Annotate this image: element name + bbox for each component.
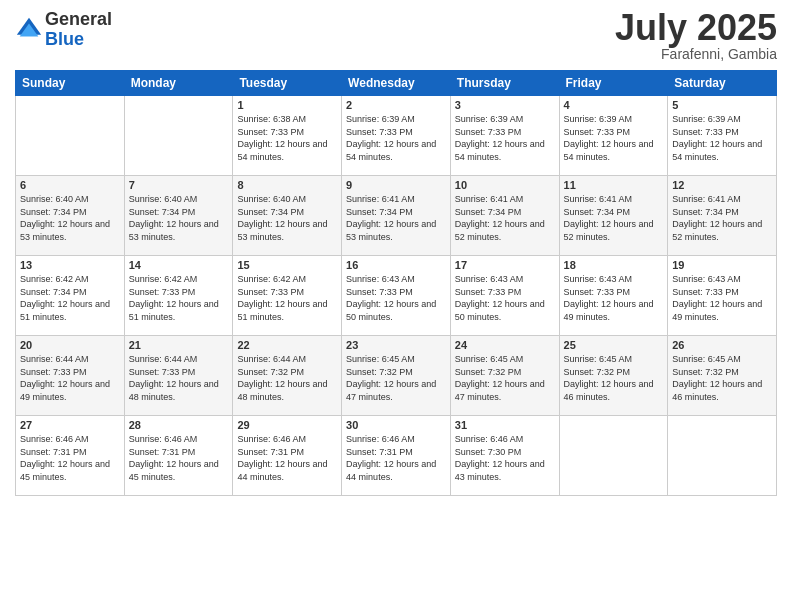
day-info: Sunrise: 6:41 AMSunset: 7:34 PMDaylight:… <box>346 193 446 243</box>
day-info: Sunrise: 6:39 AMSunset: 7:33 PMDaylight:… <box>672 113 772 163</box>
day-number: 31 <box>455 419 555 431</box>
day-info: Sunrise: 6:43 AMSunset: 7:33 PMDaylight:… <box>455 273 555 323</box>
title-section: July 2025 Farafenni, Gambia <box>615 10 777 62</box>
table-cell: 26Sunrise: 6:45 AMSunset: 7:32 PMDayligh… <box>668 336 777 416</box>
table-cell <box>16 96 125 176</box>
week-row-0: 1Sunrise: 6:38 AMSunset: 7:33 PMDaylight… <box>16 96 777 176</box>
table-cell: 2Sunrise: 6:39 AMSunset: 7:33 PMDaylight… <box>342 96 451 176</box>
table-cell: 31Sunrise: 6:46 AMSunset: 7:30 PMDayligh… <box>450 416 559 496</box>
table-cell <box>668 416 777 496</box>
table-cell: 17Sunrise: 6:43 AMSunset: 7:33 PMDayligh… <box>450 256 559 336</box>
col-thursday: Thursday <box>450 71 559 96</box>
day-info: Sunrise: 6:44 AMSunset: 7:33 PMDaylight:… <box>129 353 229 403</box>
week-row-1: 6Sunrise: 6:40 AMSunset: 7:34 PMDaylight… <box>16 176 777 256</box>
day-number: 3 <box>455 99 555 111</box>
day-number: 28 <box>129 419 229 431</box>
col-sunday: Sunday <box>16 71 125 96</box>
day-info: Sunrise: 6:44 AMSunset: 7:32 PMDaylight:… <box>237 353 337 403</box>
day-info: Sunrise: 6:40 AMSunset: 7:34 PMDaylight:… <box>20 193 120 243</box>
page: General Blue July 2025 Farafenni, Gambia… <box>0 0 792 612</box>
table-cell: 30Sunrise: 6:46 AMSunset: 7:31 PMDayligh… <box>342 416 451 496</box>
day-info: Sunrise: 6:40 AMSunset: 7:34 PMDaylight:… <box>237 193 337 243</box>
day-number: 30 <box>346 419 446 431</box>
table-cell: 29Sunrise: 6:46 AMSunset: 7:31 PMDayligh… <box>233 416 342 496</box>
table-cell: 21Sunrise: 6:44 AMSunset: 7:33 PMDayligh… <box>124 336 233 416</box>
table-cell: 6Sunrise: 6:40 AMSunset: 7:34 PMDaylight… <box>16 176 125 256</box>
logo: General Blue <box>15 10 112 50</box>
day-number: 8 <box>237 179 337 191</box>
month-title: July 2025 <box>615 10 777 46</box>
calendar-header-row: Sunday Monday Tuesday Wednesday Thursday… <box>16 71 777 96</box>
table-cell: 13Sunrise: 6:42 AMSunset: 7:34 PMDayligh… <box>16 256 125 336</box>
day-number: 26 <box>672 339 772 351</box>
day-info: Sunrise: 6:42 AMSunset: 7:34 PMDaylight:… <box>20 273 120 323</box>
table-cell: 5Sunrise: 6:39 AMSunset: 7:33 PMDaylight… <box>668 96 777 176</box>
week-row-3: 20Sunrise: 6:44 AMSunset: 7:33 PMDayligh… <box>16 336 777 416</box>
table-cell: 3Sunrise: 6:39 AMSunset: 7:33 PMDaylight… <box>450 96 559 176</box>
day-number: 27 <box>20 419 120 431</box>
table-cell: 14Sunrise: 6:42 AMSunset: 7:33 PMDayligh… <box>124 256 233 336</box>
table-cell: 15Sunrise: 6:42 AMSunset: 7:33 PMDayligh… <box>233 256 342 336</box>
day-number: 4 <box>564 99 664 111</box>
table-cell: 11Sunrise: 6:41 AMSunset: 7:34 PMDayligh… <box>559 176 668 256</box>
logo-text: General Blue <box>45 10 112 50</box>
day-number: 17 <box>455 259 555 271</box>
day-info: Sunrise: 6:46 AMSunset: 7:31 PMDaylight:… <box>20 433 120 483</box>
day-info: Sunrise: 6:41 AMSunset: 7:34 PMDaylight:… <box>564 193 664 243</box>
table-cell: 12Sunrise: 6:41 AMSunset: 7:34 PMDayligh… <box>668 176 777 256</box>
day-info: Sunrise: 6:46 AMSunset: 7:31 PMDaylight:… <box>237 433 337 483</box>
table-cell: 28Sunrise: 6:46 AMSunset: 7:31 PMDayligh… <box>124 416 233 496</box>
col-tuesday: Tuesday <box>233 71 342 96</box>
table-cell <box>559 416 668 496</box>
day-number: 7 <box>129 179 229 191</box>
day-info: Sunrise: 6:43 AMSunset: 7:33 PMDaylight:… <box>346 273 446 323</box>
day-number: 22 <box>237 339 337 351</box>
day-number: 14 <box>129 259 229 271</box>
week-row-2: 13Sunrise: 6:42 AMSunset: 7:34 PMDayligh… <box>16 256 777 336</box>
day-number: 2 <box>346 99 446 111</box>
table-cell: 7Sunrise: 6:40 AMSunset: 7:34 PMDaylight… <box>124 176 233 256</box>
day-info: Sunrise: 6:45 AMSunset: 7:32 PMDaylight:… <box>564 353 664 403</box>
logo-blue: Blue <box>45 30 112 50</box>
day-info: Sunrise: 6:46 AMSunset: 7:30 PMDaylight:… <box>455 433 555 483</box>
day-number: 12 <box>672 179 772 191</box>
day-number: 18 <box>564 259 664 271</box>
day-info: Sunrise: 6:44 AMSunset: 7:33 PMDaylight:… <box>20 353 120 403</box>
day-info: Sunrise: 6:45 AMSunset: 7:32 PMDaylight:… <box>455 353 555 403</box>
table-cell: 10Sunrise: 6:41 AMSunset: 7:34 PMDayligh… <box>450 176 559 256</box>
day-info: Sunrise: 6:46 AMSunset: 7:31 PMDaylight:… <box>346 433 446 483</box>
day-info: Sunrise: 6:41 AMSunset: 7:34 PMDaylight:… <box>672 193 772 243</box>
day-number: 11 <box>564 179 664 191</box>
logo-icon <box>15 16 43 44</box>
col-wednesday: Wednesday <box>342 71 451 96</box>
table-cell: 1Sunrise: 6:38 AMSunset: 7:33 PMDaylight… <box>233 96 342 176</box>
day-info: Sunrise: 6:42 AMSunset: 7:33 PMDaylight:… <box>129 273 229 323</box>
table-cell: 22Sunrise: 6:44 AMSunset: 7:32 PMDayligh… <box>233 336 342 416</box>
table-cell: 16Sunrise: 6:43 AMSunset: 7:33 PMDayligh… <box>342 256 451 336</box>
logo-general: General <box>45 10 112 30</box>
day-info: Sunrise: 6:39 AMSunset: 7:33 PMDaylight:… <box>564 113 664 163</box>
header: General Blue July 2025 Farafenni, Gambia <box>15 10 777 62</box>
day-number: 23 <box>346 339 446 351</box>
day-info: Sunrise: 6:39 AMSunset: 7:33 PMDaylight:… <box>455 113 555 163</box>
table-cell: 18Sunrise: 6:43 AMSunset: 7:33 PMDayligh… <box>559 256 668 336</box>
day-number: 29 <box>237 419 337 431</box>
day-number: 16 <box>346 259 446 271</box>
day-info: Sunrise: 6:40 AMSunset: 7:34 PMDaylight:… <box>129 193 229 243</box>
day-number: 25 <box>564 339 664 351</box>
day-info: Sunrise: 6:45 AMSunset: 7:32 PMDaylight:… <box>672 353 772 403</box>
col-friday: Friday <box>559 71 668 96</box>
table-cell: 27Sunrise: 6:46 AMSunset: 7:31 PMDayligh… <box>16 416 125 496</box>
day-number: 15 <box>237 259 337 271</box>
day-number: 9 <box>346 179 446 191</box>
subtitle: Farafenni, Gambia <box>615 46 777 62</box>
day-number: 1 <box>237 99 337 111</box>
day-number: 21 <box>129 339 229 351</box>
day-info: Sunrise: 6:39 AMSunset: 7:33 PMDaylight:… <box>346 113 446 163</box>
table-cell: 9Sunrise: 6:41 AMSunset: 7:34 PMDaylight… <box>342 176 451 256</box>
table-cell: 4Sunrise: 6:39 AMSunset: 7:33 PMDaylight… <box>559 96 668 176</box>
day-number: 24 <box>455 339 555 351</box>
day-info: Sunrise: 6:46 AMSunset: 7:31 PMDaylight:… <box>129 433 229 483</box>
day-info: Sunrise: 6:38 AMSunset: 7:33 PMDaylight:… <box>237 113 337 163</box>
day-number: 13 <box>20 259 120 271</box>
